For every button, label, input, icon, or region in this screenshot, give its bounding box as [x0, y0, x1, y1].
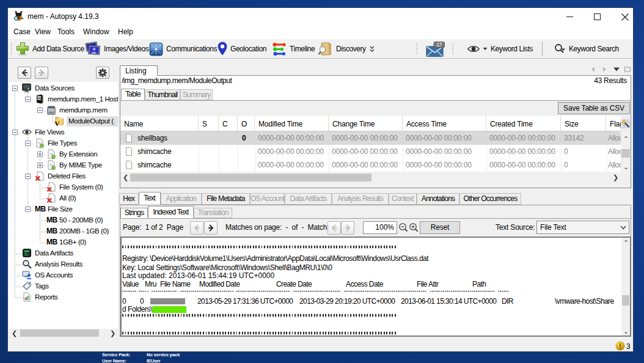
svg-text:17: 17: [436, 42, 442, 48]
